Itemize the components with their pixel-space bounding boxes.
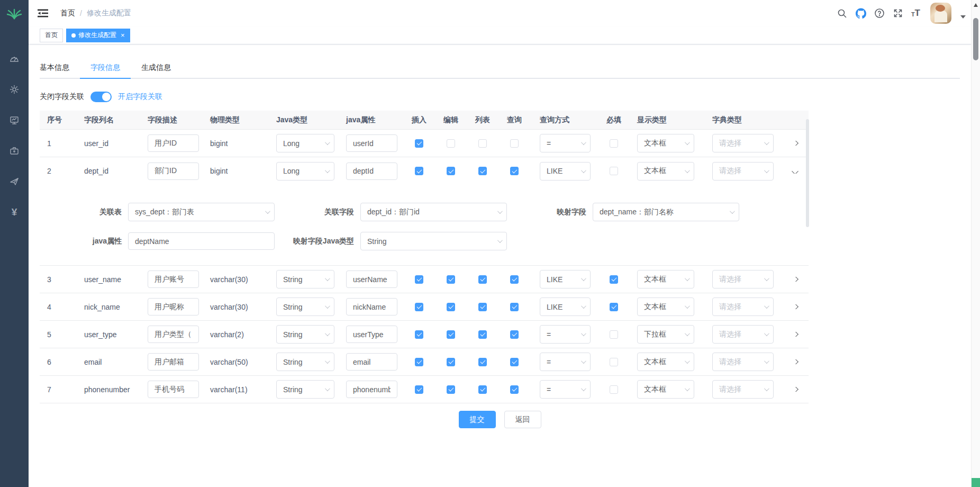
java-field-input[interactable]: [346, 298, 397, 315]
sidebar-item-guide[interactable]: [0, 166, 29, 197]
expand-row-icon[interactable]: [792, 304, 798, 309]
query-checkbox[interactable]: [510, 385, 519, 394]
tag-active[interactable]: 修改生成配置 ×: [66, 29, 130, 42]
query-checkbox[interactable]: [510, 303, 519, 311]
required-checkbox[interactable]: [610, 303, 618, 311]
edit-checkbox[interactable]: [447, 275, 455, 284]
edit-checkbox[interactable]: [447, 385, 455, 394]
java-type-select[interactable]: String: [276, 380, 334, 399]
edit-checkbox[interactable]: [447, 330, 455, 339]
column-comment-input[interactable]: [148, 163, 199, 180]
java-type-select[interactable]: Long: [276, 162, 334, 181]
github-icon[interactable]: [856, 8, 866, 19]
tab-gen-info[interactable]: 生成信息: [131, 57, 182, 78]
help-icon[interactable]: [874, 8, 885, 19]
field-relation-switch[interactable]: [90, 92, 112, 102]
page-scrollbar[interactable]: [971, 0, 980, 487]
column-comment-input[interactable]: [148, 381, 199, 398]
toggle-on-label[interactable]: 开启字段关联: [118, 92, 162, 102]
insert-checkbox[interactable]: [415, 385, 423, 394]
java-type-select[interactable]: String: [276, 297, 334, 316]
edit-checkbox[interactable]: [447, 303, 455, 311]
user-avatar[interactable]: [930, 3, 951, 24]
java-field-input[interactable]: [346, 353, 397, 371]
insert-checkbox[interactable]: [415, 358, 423, 366]
html-type-select[interactable]: 文本框: [637, 162, 694, 181]
expand-row-icon[interactable]: [792, 141, 798, 146]
search-icon[interactable]: [837, 8, 848, 19]
query-type-select[interactable]: =: [540, 353, 591, 371]
query-checkbox[interactable]: [510, 330, 519, 339]
query-type-select[interactable]: =: [540, 134, 591, 152]
edit-checkbox[interactable]: [447, 358, 455, 366]
required-checkbox[interactable]: [610, 275, 618, 284]
query-type-select[interactable]: =: [540, 380, 591, 399]
column-comment-input[interactable]: [148, 134, 199, 152]
back-button[interactable]: 返回: [504, 411, 541, 428]
dict-type-select[interactable]: 请选择: [712, 380, 774, 399]
dict-type-select[interactable]: 请选择: [712, 162, 774, 181]
query-type-select[interactable]: LIKE: [540, 162, 591, 181]
required-checkbox[interactable]: [610, 358, 618, 366]
expand-row-icon[interactable]: [792, 332, 798, 337]
query-checkbox[interactable]: [510, 358, 519, 366]
app-logo[interactable]: [0, 0, 29, 26]
java-type-select[interactable]: String: [276, 353, 334, 371]
list-checkbox[interactable]: [478, 139, 487, 148]
close-tag-icon[interactable]: ×: [121, 31, 125, 39]
column-comment-input[interactable]: [148, 298, 199, 315]
list-checkbox[interactable]: [478, 385, 487, 394]
sidebar-item-pay[interactable]: ¥: [0, 197, 29, 228]
html-type-select[interactable]: 下拉框: [637, 325, 694, 344]
java-field-input[interactable]: [346, 163, 397, 180]
required-checkbox[interactable]: [610, 385, 618, 394]
fullscreen-icon[interactable]: [893, 8, 903, 19]
list-checkbox[interactable]: [478, 358, 487, 366]
java-type-select[interactable]: String: [276, 270, 334, 288]
collapse-row-icon[interactable]: [792, 169, 798, 174]
font-size-icon[interactable]: TT: [911, 8, 920, 18]
query-checkbox[interactable]: [510, 275, 519, 284]
list-checkbox[interactable]: [478, 167, 487, 175]
insert-checkbox[interactable]: [415, 303, 423, 311]
required-checkbox[interactable]: [610, 330, 618, 339]
map-field-select[interactable]: dept_name：部门名称: [593, 203, 739, 221]
query-checkbox[interactable]: [510, 167, 519, 175]
insert-checkbox[interactable]: [415, 330, 423, 339]
html-type-select[interactable]: 文本框: [637, 134, 694, 152]
edit-checkbox[interactable]: [447, 167, 455, 175]
user-menu-caret-icon[interactable]: [960, 15, 966, 19]
dict-type-select[interactable]: 请选择: [712, 270, 774, 288]
expand-row-icon[interactable]: [792, 277, 798, 282]
dict-type-select[interactable]: 请选择: [712, 325, 774, 344]
insert-checkbox[interactable]: [415, 275, 423, 284]
submit-button[interactable]: 提交: [459, 411, 496, 428]
required-checkbox[interactable]: [610, 139, 618, 148]
insert-checkbox[interactable]: [415, 167, 423, 175]
sidebar-item-dashboard[interactable]: [0, 43, 29, 74]
tab-field-info[interactable]: 字段信息: [80, 57, 131, 78]
java-field-input[interactable]: [346, 326, 397, 343]
java-type-select[interactable]: String: [276, 325, 334, 344]
html-type-select[interactable]: 文本框: [637, 270, 694, 288]
column-comment-input[interactable]: [148, 270, 199, 288]
breadcrumb-home[interactable]: 首页: [60, 8, 75, 18]
html-type-select[interactable]: 文本框: [637, 353, 694, 371]
html-type-select[interactable]: 文本框: [637, 380, 694, 399]
java-type-select[interactable]: Long: [276, 134, 334, 152]
sidebar-item-monitor[interactable]: [0, 105, 29, 136]
html-type-select[interactable]: 文本框: [637, 297, 694, 316]
list-checkbox[interactable]: [478, 330, 487, 339]
page-scrollbar-thumb[interactable]: [973, 18, 978, 60]
relation-field-select[interactable]: dept_id：部门id: [360, 203, 507, 221]
tab-basic-info[interactable]: 基本信息: [40, 57, 80, 78]
java-attr-input[interactable]: [128, 232, 275, 250]
tag-home[interactable]: 首页: [40, 29, 63, 42]
query-type-select[interactable]: LIKE: [540, 297, 591, 316]
list-checkbox[interactable]: [478, 303, 487, 311]
scroll-up-arrow-icon[interactable]: [974, 3, 978, 7]
dict-type-select[interactable]: 请选择: [712, 297, 774, 316]
sidebar-item-system[interactable]: [0, 74, 29, 105]
dict-type-select[interactable]: 请选择: [712, 134, 774, 152]
list-checkbox[interactable]: [478, 275, 487, 284]
